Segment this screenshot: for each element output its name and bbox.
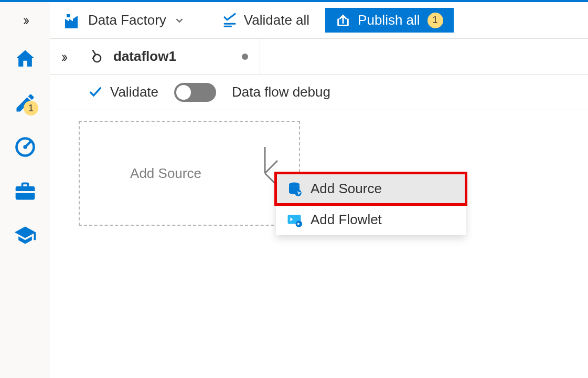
tab-label: dataflow1 [113, 48, 176, 65]
panel-expand-button[interactable]: ›› [50, 39, 77, 75]
top-toolbar: Data Factory Validate all Publish all 1 [50, 2, 588, 39]
nav-monitor[interactable] [7, 131, 44, 163]
toolbox-icon [14, 180, 37, 203]
nav-home[interactable] [7, 43, 44, 75]
validate-all-button[interactable]: Validate all [212, 12, 319, 28]
upload-icon [336, 13, 350, 28]
nav-learn[interactable] [7, 219, 44, 251]
tab-dataflow1[interactable]: dataflow1 [77, 39, 260, 75]
graduation-cap-icon [14, 224, 37, 247]
add-source-placeholder[interactable]: Add Source [79, 121, 300, 226]
menu-add-source[interactable]: Add Source [276, 173, 466, 204]
gauge-icon [14, 135, 37, 159]
breadcrumb-title: Data Factory [88, 12, 166, 28]
menu-add-source-label: Add Source [311, 181, 382, 197]
dataflow-icon [88, 48, 106, 66]
chevron-down-icon [174, 15, 185, 26]
publish-label: Publish all [358, 12, 420, 28]
breadcrumb[interactable]: Data Factory [62, 11, 185, 30]
check-icon [88, 85, 103, 100]
validate-button[interactable]: Validate [88, 84, 158, 100]
dataflow-toolbar: Validate Data flow debug [50, 75, 588, 110]
chevron-right-double-icon: ›› [23, 11, 27, 29]
add-source-menu: Add Source Add Flowlet [276, 173, 466, 235]
publish-count-badge: 1 [427, 13, 443, 28]
add-source-label: Add Source [80, 165, 252, 182]
debug-toggle[interactable] [174, 83, 216, 102]
menu-add-flowlet[interactable]: Add Flowlet [276, 204, 466, 235]
author-count-badge: 1 [24, 101, 38, 116]
tab-header: ›› dataflow1 [50, 39, 588, 75]
left-nav-rail: ›› 1 [0, 2, 50, 378]
validate-all-label: Validate all [244, 12, 309, 28]
debug-label: Data flow debug [232, 84, 330, 100]
publish-all-button[interactable]: Publish all 1 [325, 8, 454, 33]
menu-add-flowlet-label: Add Flowlet [311, 212, 382, 228]
data-factory-icon [62, 11, 81, 30]
flowlet-icon [286, 212, 302, 228]
validate-label: Validate [110, 84, 158, 100]
toggle-knob [176, 85, 191, 100]
rail-expand-button[interactable]: ›› [23, 9, 27, 30]
svg-point-1 [23, 145, 27, 149]
home-icon [14, 47, 37, 70]
unsaved-indicator-icon [242, 54, 248, 60]
check-list-icon [222, 13, 238, 28]
svg-point-2 [289, 182, 300, 186]
nav-author[interactable]: 1 [7, 87, 44, 119]
chevron-right-double-icon: ›› [61, 48, 66, 66]
nav-manage[interactable] [7, 175, 44, 207]
database-icon [286, 181, 302, 197]
